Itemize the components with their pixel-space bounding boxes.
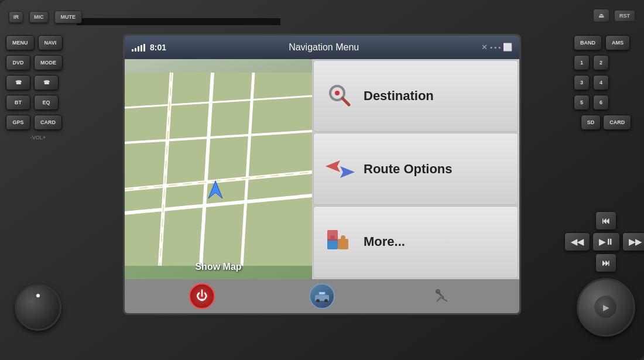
svg-rect-26	[319, 292, 325, 294]
media-btn-row-2: ◀◀ ▶⏸ ▶▶	[577, 232, 635, 251]
menu-area: Destination Route Options	[312, 59, 519, 279]
dot-icons: • • •	[490, 44, 501, 51]
route-options-menu-item[interactable]: Route Options	[313, 133, 518, 205]
media-knob[interactable]: ▶	[577, 278, 635, 337]
signal-bar-5	[143, 44, 145, 52]
screen-footer: ⏻	[125, 279, 519, 313]
destination-label: Destination	[364, 88, 434, 104]
screen-header: 8:01 Navigation Menu ✕ • • • ⬜	[125, 36, 519, 59]
car-unit: IR MIC MUTE ⏏ RST MENU NAVI DVD MODE ☎ ☎…	[0, 0, 644, 360]
end-call-button[interactable]: ☎	[34, 75, 59, 90]
svg-line-13	[342, 98, 349, 105]
tools-footer-button[interactable]	[429, 283, 455, 309]
svg-marker-15	[326, 160, 340, 172]
right-row-1: BAND AMS	[574, 35, 638, 50]
preset-6-button[interactable]: 6	[593, 95, 609, 110]
left-panel: MENU NAVI DVD MODE ☎ ☎ BT EQ GPS CARD -V…	[6, 35, 70, 142]
screen-container: 8:01 Navigation Menu ✕ • • • ⬜	[123, 34, 521, 315]
left-row-4: BT EQ	[6, 95, 70, 110]
svg-rect-18	[338, 239, 348, 249]
bt-button[interactable]: BT	[6, 95, 30, 110]
power-footer-button[interactable]: ⏻	[189, 283, 215, 309]
media-center-button[interactable]: ▶	[594, 296, 618, 319]
skip-forward-button[interactable]: ⏭	[595, 253, 616, 272]
no-signal-icon: ✕	[481, 43, 488, 52]
time-display: 8:01	[150, 43, 166, 52]
navi-button[interactable]: NAVI	[38, 35, 63, 50]
media-controls: ⏮ ◀◀ ▶⏸ ▶▶ ⏭	[577, 211, 635, 272]
play-pause-button[interactable]: ▶⏸	[592, 232, 620, 251]
menu-button[interactable]: MENU	[6, 35, 35, 50]
call-button[interactable]: ☎	[6, 75, 30, 90]
skip-back-button[interactable]: ⏮	[595, 211, 616, 230]
card-button-right[interactable]: CARD	[603, 115, 631, 130]
knob-dot	[36, 294, 40, 297]
right-row-3: 3 4	[574, 75, 638, 90]
play-icon: ▶	[603, 303, 609, 312]
destination-menu-item[interactable]: Destination	[313, 60, 518, 132]
media-knob-area: ▶	[577, 278, 635, 337]
forward-button[interactable]: ▶▶	[622, 232, 645, 251]
volume-knob[interactable]	[15, 284, 61, 331]
show-map-label: Show Map	[195, 262, 241, 272]
tape-slot	[76, 18, 281, 26]
rewind-button[interactable]: ◀◀	[564, 232, 590, 251]
preset-1-button[interactable]: 1	[574, 55, 590, 70]
svg-rect-21	[327, 230, 338, 241]
map-svg	[125, 59, 312, 279]
media-btn-row-3: ⏭	[577, 253, 635, 272]
signal-bars	[132, 43, 145, 52]
preset-4-button[interactable]: 4	[593, 75, 609, 90]
eject-button[interactable]: ⏏	[593, 9, 609, 22]
signal-bar-2	[135, 48, 136, 52]
card-button-left[interactable]: CARD	[34, 115, 62, 130]
header-icons: ✕ • • • ⬜	[481, 43, 512, 52]
signal-bar-3	[138, 46, 139, 52]
svg-point-14	[335, 91, 340, 95]
more-icon	[323, 226, 355, 258]
svg-line-29	[437, 296, 442, 301]
gps-button[interactable]: GPS	[6, 115, 30, 130]
left-row-2: DVD MODE	[6, 55, 70, 70]
dvd-button[interactable]: DVD	[6, 55, 30, 70]
more-menu-item[interactable]: More...	[313, 206, 518, 278]
left-row-3: ☎ ☎	[6, 75, 70, 90]
route-options-icon	[323, 153, 355, 185]
mode-button[interactable]: MODE	[34, 55, 63, 70]
svg-point-20	[341, 235, 345, 240]
vol-label: -VOL+	[6, 135, 70, 140]
screen: 8:01 Navigation Menu ✕ • • • ⬜	[125, 36, 519, 313]
volume-knob-area	[15, 284, 61, 331]
eq-button[interactable]: EQ	[34, 95, 59, 110]
right-panel: BAND AMS 1 2 3 4 5 6 SD CARD	[574, 35, 638, 130]
nav-title: Navigation Menu	[289, 42, 359, 53]
destination-icon	[323, 80, 355, 112]
right-row-4: 5 6	[574, 95, 638, 110]
mute-button[interactable]: MUTE	[54, 11, 83, 23]
band-button[interactable]: BAND	[574, 35, 602, 50]
signal-bar-1	[132, 49, 133, 52]
screen-body: Show Map	[125, 59, 519, 279]
preset-5-button[interactable]: 5	[574, 95, 590, 110]
map-area[interactable]: Show Map	[125, 59, 312, 279]
preset-2-button[interactable]: 2	[593, 55, 609, 70]
right-row-5: SD CARD	[574, 115, 638, 130]
battery-icon: ⬜	[503, 43, 512, 52]
car-footer-button[interactable]	[309, 283, 335, 309]
ams-button[interactable]: AMS	[605, 35, 630, 50]
svg-marker-16	[340, 166, 355, 178]
car-icon	[314, 290, 330, 302]
top-left-controls: IR MIC MUTE	[9, 11, 82, 23]
ir-button[interactable]: IR	[9, 11, 23, 23]
sd-button[interactable]: SD	[581, 115, 601, 130]
signal-time: 8:01	[132, 43, 166, 52]
mic-button[interactable]: MIC	[29, 11, 49, 23]
left-row-1: MENU NAVI	[6, 35, 70, 50]
power-icon: ⏻	[196, 289, 208, 303]
preset-3-button[interactable]: 3	[574, 75, 590, 90]
signal-bar-4	[141, 45, 142, 52]
top-right-controls: ⏏ RST	[593, 9, 635, 22]
route-options-label: Route Options	[364, 162, 453, 177]
media-btn-row-1: ⏮	[577, 211, 635, 230]
rst-button[interactable]: RST	[614, 10, 635, 22]
